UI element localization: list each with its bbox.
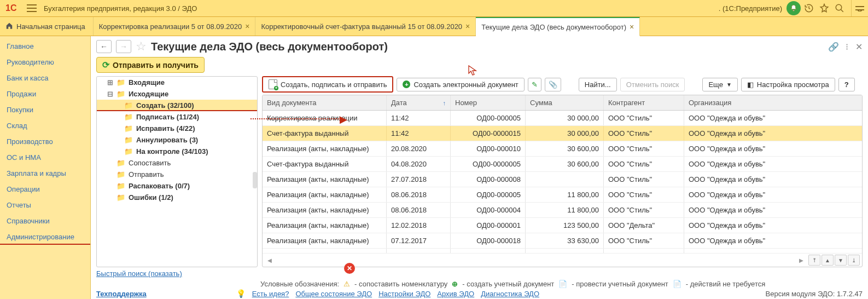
tree-item-3[interactable]: 📁Подписать (11/24): [97, 111, 257, 123]
view-settings-button[interactable]: ◧ Настройка просмотра: [741, 78, 835, 91]
cell-c-org: ООО "Одежда и обувь": [684, 126, 862, 141]
col-doc-type[interactable]: Вид документа: [263, 95, 387, 110]
folder-tree[interactable]: ⊞📁Входящие⊟📁Исходящие📁Создать (32/100)📁П…: [96, 76, 258, 267]
row-up-icon[interactable]: ▲: [822, 255, 834, 266]
table-row[interactable]: Реализация (акты, накладные)12.02.2018ОД…: [263, 218, 862, 233]
tree-item-1[interactable]: ⊟📁Исходящие: [97, 88, 257, 100]
tree-item-0[interactable]: ⊞📁Входящие: [97, 77, 257, 88]
tree-item-9[interactable]: 📁Распаковать (0/7): [97, 180, 257, 192]
tree-item-6[interactable]: 📁На контроле (34/103): [97, 146, 257, 157]
close-page-icon[interactable]: ✕: [855, 42, 863, 52]
table-row[interactable]: Счет-фактура выданный01.12.2017ОД00-0000…: [263, 249, 862, 253]
edit-button[interactable]: ✎: [528, 78, 541, 91]
tab-home[interactable]: Начальная страница: [0, 17, 94, 36]
tree-scrollbar[interactable]: [253, 172, 257, 188]
quick-search-close-icon[interactable]: ✕: [344, 263, 355, 274]
tab-close-icon[interactable]: ×: [630, 22, 634, 31]
col-date[interactable]: Дата ↑: [387, 95, 451, 110]
table-row[interactable]: Реализация (акты, накладные)27.07.2018ОД…: [263, 172, 862, 187]
tab-1[interactable]: Корректировочный счет-фактура выданный 1…: [255, 17, 476, 36]
find-button[interactable]: Найти...: [579, 78, 617, 91]
history-icon[interactable]: [802, 1, 816, 15]
create-edoc-button[interactable]: + Создать электронный документ: [397, 78, 524, 91]
nav-back-button[interactable]: ←: [96, 40, 112, 53]
nav-item-7[interactable]: ОС и НМА: [0, 150, 90, 165]
chevron-down-icon: ▼: [726, 82, 732, 88]
create-sign-send-button[interactable]: + Создать, подписать и отправить: [262, 76, 393, 93]
tab-close-icon[interactable]: ×: [245, 22, 249, 31]
nav-item-4[interactable]: Покупки: [0, 102, 90, 118]
attach-button[interactable]: 📎: [545, 78, 561, 91]
tree-item-7[interactable]: 📁Сопоставить: [97, 157, 257, 169]
more-menu-icon[interactable]: ⁝: [846, 42, 849, 52]
cell-c-sum: 30 000,00: [526, 111, 604, 125]
nav-item-9[interactable]: Операции: [0, 181, 90, 197]
legend-label: Условные обозначения:: [260, 280, 339, 288]
menu-icon[interactable]: [24, 0, 39, 16]
help-button[interactable]: ?: [838, 78, 855, 91]
link-icon[interactable]: 🔗: [828, 42, 839, 52]
nav-item-2[interactable]: Банк и касса: [0, 70, 90, 86]
cell-c-kon: ООО "Стиль": [604, 172, 684, 187]
row-bottom-icon[interactable]: ⤓: [848, 255, 860, 266]
tree-expand-icon[interactable]: ⊞: [107, 78, 113, 87]
col-counterparty[interactable]: Контрагент: [604, 95, 684, 110]
nav-item-11[interactable]: Справочники: [0, 213, 90, 229]
tree-item-5[interactable]: 📁Аннулировать (3): [97, 134, 257, 146]
cell-c-doc: Счет-фактура выданный: [263, 249, 387, 253]
cancel-find-button[interactable]: Отменить поиск: [620, 78, 685, 91]
bell-icon[interactable]: [787, 1, 801, 15]
nav-forward-button[interactable]: →: [116, 40, 131, 53]
tab-close-icon[interactable]: ×: [465, 22, 470, 31]
idea-icon: 💡: [236, 289, 246, 298]
col-number[interactable]: Номер: [451, 95, 526, 110]
table-row[interactable]: Реализация (акты, накладные)08.06.2018ОД…: [263, 203, 862, 218]
header-more-icon[interactable]: [851, 0, 868, 16]
scroll-right-icon[interactable]: ►: [796, 256, 806, 264]
nav-item-10[interactable]: Отчеты: [0, 197, 90, 213]
tree-item-label: Аннулировать (3): [136, 136, 198, 144]
table-row[interactable]: Реализация (акты, накладные)20.08.2020ОД…: [263, 141, 862, 157]
search-icon[interactable]: [832, 1, 847, 15]
tree-item-label: Входящие: [129, 78, 165, 87]
footer-link-1[interactable]: Настройки ЭДО: [378, 290, 430, 298]
tree-item-8[interactable]: 📁Отправить: [97, 169, 257, 180]
table-row[interactable]: Реализация (акты, накладные)07.12.2017ОД…: [263, 233, 862, 249]
scroll-left-icon[interactable]: ◄: [265, 256, 275, 264]
nav-item-3[interactable]: Продажи: [0, 86, 90, 102]
support-link[interactable]: Техподдержка: [96, 290, 147, 298]
row-down-icon[interactable]: ▼: [835, 255, 847, 266]
table-row[interactable]: Счет-фактура выданный11:42ОД00-000001530…: [263, 126, 862, 141]
documents-table: Вид документа Дата ↑ Номер Сумма Контраг…: [262, 95, 863, 267]
footer-link-3[interactable]: Диагностика ЭДО: [481, 290, 539, 298]
tree-collapse-icon[interactable]: ⊟: [107, 90, 113, 98]
quick-search-link[interactable]: Быстрый поиск (показать): [96, 269, 182, 278]
table-row[interactable]: Реализация (акты, накладные)08.06.2018ОД…: [263, 187, 862, 203]
tab-label: Текущие дела ЭДО (весь документооборот): [481, 23, 626, 31]
col-organization[interactable]: Организация: [684, 95, 862, 110]
tab-2[interactable]: Текущие дела ЭДО (весь документооборот)×: [476, 17, 640, 36]
favorite-star-icon[interactable]: ☆: [136, 39, 147, 54]
col-sum[interactable]: Сумма: [526, 95, 604, 110]
star-icon[interactable]: [817, 1, 831, 15]
send-receive-button[interactable]: ⟳ Отправить и получить: [96, 57, 205, 73]
row-top-icon[interactable]: ⤒: [808, 255, 820, 266]
footer-link-0[interactable]: Общее состояние ЭДО: [295, 290, 372, 298]
idea-link[interactable]: Есть идея?: [252, 290, 289, 298]
nav-item-6[interactable]: Производство: [0, 134, 90, 150]
nav-item-12[interactable]: Администрирование: [0, 229, 90, 245]
tab-0[interactable]: Корректировка реализации 5 от 08.09.2020…: [94, 17, 256, 36]
table-row[interactable]: Счет-фактура выданный04.08.2020ОД00-0000…: [263, 157, 862, 172]
nav-item-8[interactable]: Зарплата и кадры: [0, 165, 90, 181]
tree-item-2[interactable]: 📁Создать (32/100): [97, 100, 257, 111]
tree-item-10[interactable]: 📁Ошибки (1/2): [97, 192, 257, 203]
nav-item-1[interactable]: Руководителю: [0, 54, 90, 70]
cell-c-kon: ООО "Стиль": [604, 249, 684, 253]
more-button[interactable]: Еще ▼: [702, 78, 737, 91]
tree-item-4[interactable]: 📁Исправить (4/22): [97, 123, 257, 134]
nav-item-5[interactable]: Склад: [0, 118, 90, 134]
footer-link-2[interactable]: Архив ЭДО: [437, 290, 474, 298]
nav-item-0[interactable]: Главное: [0, 38, 90, 54]
cell-c-num: ОД00-000018: [451, 233, 526, 248]
table-row[interactable]: Корректировка реализации11:42ОД00-000005…: [263, 111, 862, 126]
